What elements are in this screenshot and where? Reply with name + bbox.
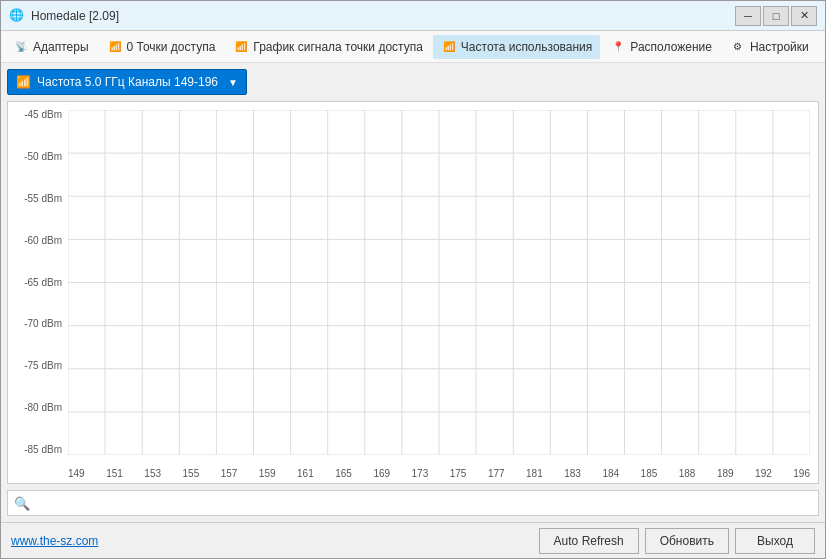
dropdown-bar: 📶 Частота 5.0 ГГц Каналы 149-196 ▼ [7, 69, 819, 95]
x-label-153: 153 [144, 468, 161, 479]
x-label-189: 189 [717, 468, 734, 479]
exit-button[interactable]: Выход [735, 528, 815, 554]
y-label-4: -65 dBm [8, 278, 66, 288]
website-link[interactable]: www.the-sz.com [11, 534, 98, 548]
menu-bar: 📡 Адаптеры 📶 0 Точки доступа 📶 График си… [1, 31, 825, 63]
x-label-161: 161 [297, 468, 314, 479]
menu-item-usage-freq[interactable]: 📶 Частота использования [433, 35, 600, 59]
menu-item-signal-chart[interactable]: 📶 График сигнала точки доступа [225, 35, 431, 59]
menu-item-location[interactable]: 📍 Расположение [602, 35, 720, 59]
x-label-165: 165 [335, 468, 352, 479]
x-label-155: 155 [183, 468, 200, 479]
y-label-7: -80 dBm [8, 403, 66, 413]
minimize-button[interactable]: ─ [735, 6, 761, 26]
signal-chart-icon: 📶 [233, 39, 249, 55]
x-axis: 149 151 153 155 157 159 161 165 169 173 … [68, 468, 810, 479]
y-label-2: -55 dBm [8, 194, 66, 204]
title-bar-buttons: ─ □ ✕ [735, 6, 817, 26]
title-bar: 🌐 Homedale [2.09] ─ □ ✕ [1, 1, 825, 31]
title-bar-left: 🌐 Homedale [2.09] [9, 8, 119, 24]
chevron-down-icon: ▼ [228, 77, 238, 88]
y-label-0: -45 dBm [8, 110, 66, 120]
x-label-175: 175 [450, 468, 467, 479]
search-icon: 🔍 [14, 496, 30, 511]
y-label-3: -60 dBm [8, 236, 66, 246]
adapters-icon: 📡 [13, 39, 29, 55]
grid-svg [68, 110, 810, 455]
maximize-button[interactable]: □ [763, 6, 789, 26]
x-label-177: 177 [488, 468, 505, 479]
access-points-icon: 📶 [107, 39, 123, 55]
x-label-188: 188 [679, 468, 696, 479]
y-axis: -45 dBm -50 dBm -55 dBm -60 dBm -65 dBm … [8, 110, 66, 455]
app-icon: 🌐 [9, 8, 25, 24]
y-label-6: -75 dBm [8, 361, 66, 371]
main-window: 🌐 Homedale [2.09] ─ □ ✕ 📡 Адаптеры 📶 0 Т… [0, 0, 826, 559]
location-icon: 📍 [610, 39, 626, 55]
menu-label-signal-chart: График сигнала точки доступа [253, 40, 423, 54]
x-label-149: 149 [68, 468, 85, 479]
x-label-169: 169 [373, 468, 390, 479]
refresh-button[interactable]: Обновить [645, 528, 729, 554]
menu-item-access-points[interactable]: 📶 0 Точки доступа [99, 35, 224, 59]
x-label-181: 181 [526, 468, 543, 479]
menu-label-settings: Настройки [750, 40, 809, 54]
search-bar: 🔍 [7, 490, 819, 516]
y-label-1: -50 dBm [8, 152, 66, 162]
menu-label-adapters: Адаптеры [33, 40, 89, 54]
settings-icon: ⚙ [730, 39, 746, 55]
signal-chart: -45 dBm -50 dBm -55 dBm -60 dBm -65 dBm … [7, 101, 819, 484]
x-label-151: 151 [106, 468, 123, 479]
x-label-159: 159 [259, 468, 276, 479]
freq-dropdown-icon: 📶 [16, 75, 31, 89]
menu-label-access-points: 0 Точки доступа [127, 40, 216, 54]
menu-label-location: Расположение [630, 40, 712, 54]
bottom-buttons: Auto Refresh Обновить Выход [539, 528, 815, 554]
bottom-bar: www.the-sz.com Auto Refresh Обновить Вых… [1, 522, 825, 558]
chart-grid-area [68, 110, 810, 455]
auto-refresh-button[interactable]: Auto Refresh [539, 528, 639, 554]
x-label-184: 184 [602, 468, 619, 479]
menu-label-usage-freq: Частота использования [461, 40, 592, 54]
x-label-183: 183 [564, 468, 581, 479]
freq-dropdown-label: Частота 5.0 ГГц Каналы 149-196 [37, 75, 218, 89]
frequency-dropdown[interactable]: 📶 Частота 5.0 ГГц Каналы 149-196 ▼ [7, 69, 247, 95]
menu-item-settings[interactable]: ⚙ Настройки [722, 35, 817, 59]
x-label-196: 196 [793, 468, 810, 479]
window-title: Homedale [2.09] [31, 9, 119, 23]
close-button[interactable]: ✕ [791, 6, 817, 26]
x-label-157: 157 [221, 468, 238, 479]
usage-freq-icon: 📶 [441, 39, 457, 55]
x-label-173: 173 [412, 468, 429, 479]
y-label-5: -70 dBm [8, 319, 66, 329]
content-area: 📶 Частота 5.0 ГГц Каналы 149-196 ▼ -45 d… [1, 63, 825, 522]
x-label-185: 185 [641, 468, 658, 479]
search-input[interactable] [34, 496, 812, 510]
x-label-192: 192 [755, 468, 772, 479]
menu-item-adapters[interactable]: 📡 Адаптеры [5, 35, 97, 59]
y-label-8: -85 dBm [8, 445, 66, 455]
